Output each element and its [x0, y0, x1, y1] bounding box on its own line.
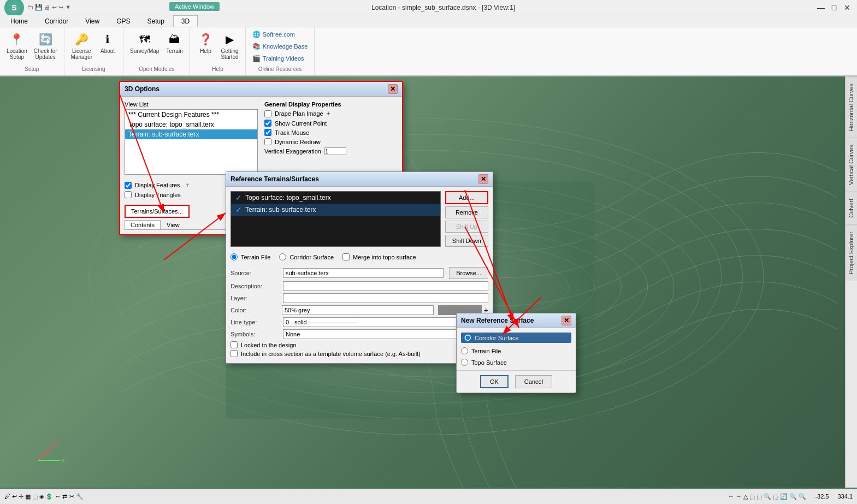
help-btn[interactable]: ❓ Help [194, 29, 216, 55]
drape-plan-add[interactable]: + [327, 110, 330, 117]
location-setup-btn[interactable]: 📍 LocationSetup [4, 29, 29, 61]
locked-checkbox[interactable] [230, 341, 238, 348]
radio-corridor-surface[interactable] [279, 253, 286, 260]
training-videos-link[interactable]: 🎬 Training Videos [250, 54, 306, 63]
include-checkbox[interactable] [230, 350, 238, 357]
svg-text:X: X [61, 458, 64, 464]
dialog-ref-terrains-body: ✓ Topo surface: topo_small.terx ✓ Terrai… [226, 187, 493, 363]
dialog-new-ref-close[interactable]: ✕ [562, 316, 571, 325]
close-btn[interactable]: ✕ [842, 2, 853, 13]
terrains-surfaces-btn[interactable]: Terrains/Surfaces... [125, 205, 190, 218]
ref-item-0[interactable]: ✓ Topo surface: topo_small.terx [231, 192, 440, 204]
dynamic-redraw-checkbox[interactable] [264, 138, 271, 145]
ref-terrains-side-btns: Add... Remove Shift Up Shift Down [445, 191, 488, 247]
getting-started-btn[interactable]: ▶ GettingStarted [218, 29, 240, 61]
tab-corridor[interactable]: Corridor [37, 15, 76, 27]
tab-gps[interactable]: GPS [108, 15, 138, 27]
view-list-item-1[interactable]: Topo surface: topo_small.terx [125, 120, 257, 129]
layer-label: Layer: [230, 295, 280, 301]
remove-btn[interactable]: Remove [445, 206, 488, 218]
maximize-btn[interactable]: □ [829, 2, 840, 13]
survey-map-btn[interactable]: 🗺 Survey/Map [128, 29, 161, 55]
terrain-type-radios: Terrain File Corridor Surface Merge into… [230, 251, 488, 263]
vert-exagg-row: Vertical Exaggeration [264, 147, 398, 155]
terrain-file-radio[interactable] [461, 347, 468, 354]
view-list-item-0[interactable]: *** Current Design Features *** [125, 110, 257, 120]
check-icon-0: ✓ [235, 193, 242, 202]
ribbon-group-online: 🌐 Softree.com 📚 Knowledge Base 🎬 Trainin… [246, 27, 315, 75]
display-triangles-checkbox[interactable] [125, 191, 132, 198]
display-features-add[interactable]: + [186, 181, 190, 189]
track-mouse-checkbox[interactable] [264, 129, 271, 136]
knowledge-base-link[interactable]: 📚 Knowledge Base [250, 41, 310, 51]
setup-group-label: Setup [25, 66, 39, 73]
dialog-3d-options-close[interactable]: ✕ [388, 84, 398, 94]
about-btn[interactable]: ℹ About [97, 29, 119, 55]
check-updates-label: Check forUpdates [34, 48, 57, 60]
check-updates-btn[interactable]: 🔄 Check forUpdates [32, 29, 60, 61]
softree-label: Softree.com [263, 31, 295, 38]
titlebar: S 🗀 💾 🖨 ↩ ↪ ▼ Location - simple_sub_surf… [0, 0, 857, 15]
app-logo: S [4, 0, 24, 17]
display-features-checkbox[interactable] [125, 182, 132, 189]
contents-tab[interactable]: Contents [125, 220, 161, 229]
dialog-ref-terrains-titlebar[interactable]: Reference Terrains/Surfaces ✕ [226, 172, 493, 187]
topo-surface-option[interactable]: Topo Surface [461, 359, 571, 366]
view-tab[interactable]: View [161, 220, 186, 229]
shift-down-btn[interactable]: Shift Down [445, 235, 488, 247]
dialog-ref-terrains-close[interactable]: ✕ [478, 174, 488, 184]
terrain-label: Terrain [166, 48, 183, 54]
radio-corridor-surface-row: Corridor Surface [279, 253, 334, 260]
dialog-ref-terrains-title: Reference Terrains/Surfaces [230, 175, 319, 183]
shift-up-btn[interactable]: Shift Up [445, 221, 488, 233]
cancel-btn[interactable]: Cancel [515, 375, 552, 388]
right-panel: Horizontal Curves Vertical Curves Culver… [845, 76, 857, 488]
layer-row: Layer: [230, 293, 488, 303]
browse-btn[interactable]: Browse... [449, 267, 488, 279]
dialog-new-ref-titlebar[interactable]: New Reference Surface ✕ [457, 313, 576, 328]
tab-view[interactable]: View [77, 15, 108, 27]
vert-exagg-input[interactable] [324, 147, 346, 155]
show-current-point-checkbox[interactable] [264, 120, 271, 127]
include-row: Include in cross section as a template v… [230, 350, 488, 357]
ok-btn[interactable]: OK [480, 375, 509, 388]
description-input[interactable] [283, 281, 488, 291]
description-row: Description: [230, 281, 488, 291]
softree-link[interactable]: 🌐 Softree.com [250, 29, 297, 39]
radio-merge-topo-row: Merge into topo surface [342, 253, 416, 260]
terrain-btn[interactable]: 🏔 Terrain [163, 29, 185, 55]
vertical-curves-tab[interactable]: Vertical Curves [846, 138, 857, 192]
source-input[interactable] [283, 268, 444, 278]
ref-item-1[interactable]: ✓ Terrain: sub-surface.terx [231, 204, 440, 216]
open-modules-group-label: Open Modules [139, 66, 174, 73]
radio-terrain-file[interactable] [230, 253, 238, 260]
drape-plan-row: Drape Plan Image + [264, 110, 398, 117]
license-mgr-btn[interactable]: 🔑 LicenseManager [69, 29, 94, 61]
tab-setup[interactable]: Setup [139, 15, 173, 27]
terrain-file-option[interactable]: Terrain File [461, 347, 571, 354]
project-explorer-tab[interactable]: Project Explorer [846, 224, 857, 281]
dialog-3d-options-titlebar[interactable]: 3D Options ✕ [120, 82, 402, 97]
window-controls[interactable]: — □ ✕ [815, 2, 853, 13]
drape-plan-checkbox[interactable] [264, 110, 271, 117]
radio-merge-topo[interactable] [342, 253, 350, 260]
tab-3d[interactable]: 3D [173, 15, 198, 27]
minimize-btn[interactable]: — [815, 2, 826, 13]
add-btn[interactable]: Add... [445, 191, 488, 204]
color-input[interactable] [282, 305, 434, 315]
horizontal-curves-tab[interactable]: Horizontal Curves [846, 76, 857, 138]
culvert-tab[interactable]: Culvert [846, 192, 857, 224]
corridor-surface-option[interactable]: Corridor Surface [461, 333, 571, 343]
topo-surface-radio[interactable] [461, 359, 468, 366]
ribbon-group-setup: 📍 LocationSetup 🔄 Check forUpdates Setup [0, 27, 64, 75]
tab-home[interactable]: Home [2, 15, 36, 27]
display-features-label: Display Features [135, 182, 180, 188]
radio-corridor-surface-label: Corridor Surface [289, 254, 334, 260]
ribbon-tabs: Home Corridor View GPS Setup 3D [0, 15, 857, 27]
kb-label: Knowledge Base [263, 43, 308, 50]
view-list-item-2[interactable]: Terrain: sub-surface.terx [125, 129, 257, 139]
softree-icon: 🌐 [252, 31, 261, 38]
getting-started-label: GettingStarted [221, 48, 238, 60]
corridor-surface-radio[interactable] [464, 334, 471, 341]
layer-select[interactable] [283, 293, 488, 303]
